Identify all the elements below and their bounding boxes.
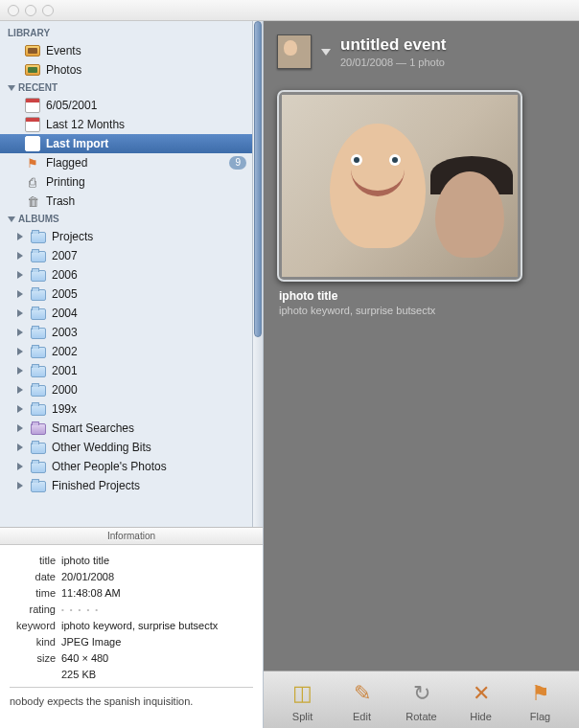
- disclosure-triangle-icon[interactable]: [17, 329, 23, 336]
- folder-icon: [31, 328, 46, 339]
- rotate-icon: ↻: [406, 678, 437, 709]
- hide-button[interactable]: ✕ Hide: [460, 678, 502, 722]
- sidebar-item-label: Photos: [46, 63, 81, 77]
- pencil-icon: ✎: [347, 678, 378, 709]
- sidebar-item-smart-searches[interactable]: Smart Searches: [0, 419, 252, 438]
- sidebar-item-other-wedding-bits[interactable]: Other Wedding Bits: [0, 438, 252, 457]
- information-tab[interactable]: Information: [0, 528, 263, 545]
- section-label: ALBUMS: [18, 214, 59, 224]
- minimize-window-button[interactable]: [25, 5, 36, 16]
- disclosure-triangle-icon[interactable]: [17, 405, 23, 413]
- scrollbar[interactable]: [252, 21, 263, 527]
- disclosure-triangle-icon[interactable]: [17, 444, 23, 451]
- photo-keywords: iphoto keyword, surprise butsectx: [279, 305, 566, 316]
- photo-grid[interactable]: iphoto title iphoto keyword, surprise bu…: [264, 75, 579, 331]
- info-label-size: size: [10, 650, 56, 667]
- section-library[interactable]: LIBRARY: [0, 25, 252, 41]
- info-label-rating: rating: [10, 602, 56, 618]
- disclosure-triangle-icon[interactable]: [17, 271, 23, 279]
- source-list: LIBRARY Events Photos RECENT 6/05/2001 L…: [0, 21, 263, 527]
- event-title[interactable]: untitled event: [340, 35, 447, 55]
- event-key-photo[interactable]: [277, 34, 312, 69]
- flag-button[interactable]: ⚑ Flag: [520, 678, 562, 722]
- sidebar-item-label: 2005: [52, 287, 78, 301]
- sidebar-item-last-12-months[interactable]: Last 12 Months: [0, 115, 252, 134]
- folder-icon: [31, 385, 46, 397]
- calendar-icon: [25, 117, 40, 132]
- sidebar-item-2002[interactable]: 2002: [0, 342, 252, 361]
- sidebar-item-label: 2007: [52, 249, 78, 262]
- section-label: LIBRARY: [8, 28, 50, 38]
- content-area: untitled event 20/01/2008 — 1 photo ipho…: [264, 21, 579, 728]
- disclosure-triangle-icon[interactable]: [17, 290, 23, 298]
- sidebar-item-199x[interactable]: 199x: [0, 399, 252, 419]
- sidebar-item-2004[interactable]: 2004: [0, 304, 252, 323]
- sidebar-item-trash[interactable]: 🗑 Trash: [0, 192, 252, 211]
- sidebar-item-other-peoples-photos[interactable]: Other People's Photos: [0, 457, 252, 476]
- disclosure-triangle-icon[interactable]: [17, 482, 23, 489]
- info-value-rating[interactable]: •••••: [61, 602, 104, 618]
- sidebar-item-date[interactable]: 6/05/2001: [0, 96, 252, 115]
- sidebar-item-2003[interactable]: 2003: [0, 323, 252, 342]
- disclosure-triangle-icon[interactable]: [17, 424, 23, 432]
- info-value-date[interactable]: 20/01/2008: [61, 569, 114, 585]
- scrollbar-thumb[interactable]: [254, 21, 262, 337]
- disclosure-triangle-icon[interactable]: [17, 233, 23, 240]
- sidebar-item-label: Flagged: [46, 156, 87, 170]
- disclosure-triangle-icon[interactable]: [17, 252, 23, 260]
- disclosure-triangle-icon[interactable]: [17, 348, 23, 355]
- split-button[interactable]: ◫ Split: [282, 678, 324, 722]
- section-label: RECENT: [18, 82, 58, 93]
- sidebar-item-2006[interactable]: 2006: [0, 265, 252, 284]
- sidebar-item-projects[interactable]: Projects: [0, 227, 252, 246]
- photos-icon: [25, 64, 40, 76]
- sidebar-item-flagged[interactable]: ⚑ Flagged 9: [0, 153, 252, 172]
- count-badge: 9: [229, 156, 246, 170]
- sidebar-item-last-import[interactable]: Last Import: [0, 134, 252, 153]
- info-label-kind: kind: [10, 634, 56, 650]
- sidebar-item-label: Events: [46, 44, 81, 57]
- disclosure-triangle-icon[interactable]: [17, 309, 23, 317]
- folder-icon: [31, 462, 46, 473]
- photo-title[interactable]: iphoto title: [279, 289, 564, 303]
- sidebar-item-photos[interactable]: Photos: [0, 60, 252, 80]
- sidebar-item-finished-projects[interactable]: Finished Projects: [0, 476, 252, 495]
- sidebar-item-label: 2006: [52, 268, 78, 282]
- folder-icon: [31, 404, 46, 416]
- sidebar: LIBRARY Events Photos RECENT 6/05/2001 L…: [0, 21, 264, 728]
- flag-icon: ⚑: [25, 155, 40, 171]
- disclosure-triangle-icon[interactable]: [17, 386, 23, 394]
- hide-icon: ✕: [466, 678, 497, 709]
- printer-icon: ⎙: [25, 174, 40, 190]
- sidebar-item-2000[interactable]: 2000: [0, 380, 252, 399]
- info-label-time: time: [10, 585, 56, 602]
- sidebar-item-events[interactable]: Events: [0, 41, 252, 60]
- disclosure-triangle-icon[interactable]: [17, 367, 23, 375]
- folder-icon: [31, 232, 46, 243]
- sidebar-item-2001[interactable]: 2001: [0, 361, 252, 380]
- section-recent[interactable]: RECENT: [0, 80, 252, 96]
- section-albums[interactable]: ALBUMS: [0, 211, 252, 227]
- folder-icon: [31, 443, 46, 454]
- info-value-time[interactable]: 11:48:08 AM: [61, 585, 121, 602]
- folder-icon: [31, 481, 46, 492]
- edit-button[interactable]: ✎ Edit: [341, 678, 383, 722]
- photo-thumbnail[interactable]: [277, 90, 522, 282]
- sidebar-item-printing[interactable]: ⎙ Printing: [0, 172, 252, 192]
- info-caption[interactable]: nobody expects the spanish inquisition.: [10, 692, 253, 710]
- disclosure-triangle-icon[interactable]: [321, 49, 331, 56]
- folder-icon: [31, 251, 46, 262]
- rotate-button[interactable]: ↻ Rotate: [401, 678, 443, 722]
- sidebar-item-label: Projects: [52, 230, 93, 243]
- sidebar-item-label: 2001: [52, 364, 78, 377]
- sidebar-item-2007[interactable]: 2007: [0, 246, 252, 265]
- info-label-keyword: keyword: [10, 618, 56, 634]
- sidebar-item-label: Last Import: [46, 137, 108, 150]
- smart-folder-icon: [31, 423, 46, 435]
- info-value-title[interactable]: iphoto title: [61, 553, 109, 569]
- zoom-window-button[interactable]: [42, 5, 54, 16]
- close-window-button[interactable]: [8, 5, 19, 16]
- disclosure-triangle-icon[interactable]: [17, 463, 23, 470]
- sidebar-item-2005[interactable]: 2005: [0, 284, 252, 304]
- sidebar-item-label: Other People's Photos: [52, 460, 167, 473]
